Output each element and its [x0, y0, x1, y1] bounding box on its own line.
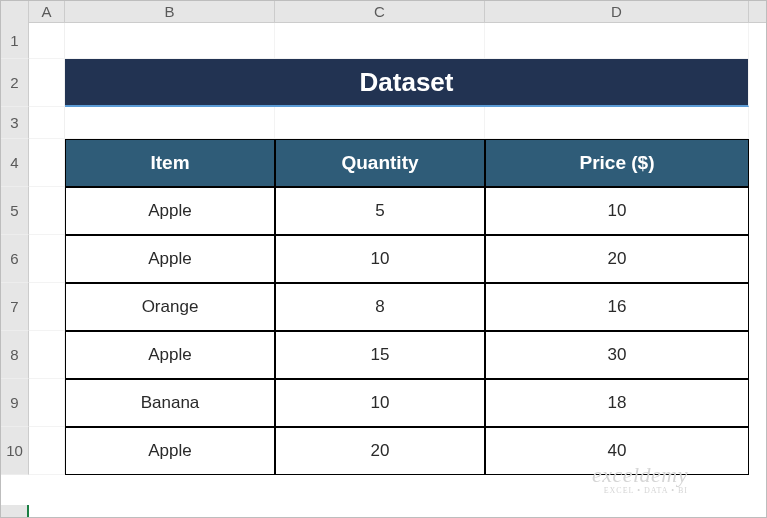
row-3: 3: [1, 107, 766, 139]
watermark-tagline: EXCEL • DATA • BI: [592, 486, 688, 495]
row-9: 9 Banana 10 18: [1, 379, 766, 427]
data-price[interactable]: 20: [485, 235, 749, 283]
cell-b1[interactable]: [65, 23, 275, 59]
col-header-a[interactable]: A: [29, 1, 65, 22]
watermark-brand: exceldemy: [592, 462, 688, 488]
row-header-6[interactable]: 6: [1, 235, 29, 283]
data-price[interactable]: 30: [485, 331, 749, 379]
cell-a8[interactable]: [29, 331, 65, 379]
cell-d1[interactable]: [485, 23, 749, 59]
column-headers: A B C D: [1, 1, 766, 23]
row-5: 5 Apple 5 10: [1, 187, 766, 235]
cell-a2[interactable]: [29, 59, 65, 107]
col-header-d[interactable]: D: [485, 1, 749, 22]
data-item[interactable]: Apple: [65, 235, 275, 283]
data-price[interactable]: 16: [485, 283, 749, 331]
col-header-c[interactable]: C: [275, 1, 485, 22]
row-header-5[interactable]: 5: [1, 187, 29, 235]
row-header-10[interactable]: 10: [1, 427, 29, 475]
cell-a1[interactable]: [29, 23, 65, 59]
row-header-1[interactable]: 1: [1, 23, 29, 59]
row-8: 8 Apple 15 30: [1, 331, 766, 379]
rows-area: 1 2 Dataset 3 4 Item Quantity Price ($): [1, 23, 766, 475]
cell-b3[interactable]: [65, 107, 275, 139]
cell-a6[interactable]: [29, 235, 65, 283]
row-header-8[interactable]: 8: [1, 331, 29, 379]
row-header-2[interactable]: 2: [1, 59, 29, 107]
cell-a5[interactable]: [29, 187, 65, 235]
cell-a7[interactable]: [29, 283, 65, 331]
cell-c3[interactable]: [275, 107, 485, 139]
row-6: 6 Apple 10 20: [1, 235, 766, 283]
row-header-7[interactable]: 7: [1, 283, 29, 331]
header-quantity[interactable]: Quantity: [275, 139, 485, 187]
header-price[interactable]: Price ($): [485, 139, 749, 187]
data-quantity[interactable]: 8: [275, 283, 485, 331]
row-7: 7 Orange 8 16: [1, 283, 766, 331]
row-4: 4 Item Quantity Price ($): [1, 139, 766, 187]
data-quantity[interactable]: 5: [275, 187, 485, 235]
cell-d3[interactable]: [485, 107, 749, 139]
data-quantity[interactable]: 20: [275, 427, 485, 475]
header-item[interactable]: Item: [65, 139, 275, 187]
data-quantity[interactable]: 15: [275, 331, 485, 379]
data-price[interactable]: 10: [485, 187, 749, 235]
spreadsheet: A B C D 1 2 Dataset 3 4 Item Q: [0, 0, 767, 518]
data-item[interactable]: Orange: [65, 283, 275, 331]
watermark: exceldemy EXCEL • DATA • BI: [592, 462, 688, 495]
row-1: 1: [1, 23, 766, 59]
cell-a10[interactable]: [29, 427, 65, 475]
selected-row-indicator: [1, 505, 29, 517]
row-header-4[interactable]: 4: [1, 139, 29, 187]
cell-c1[interactable]: [275, 23, 485, 59]
data-item[interactable]: Apple: [65, 331, 275, 379]
data-price[interactable]: 18: [485, 379, 749, 427]
data-item[interactable]: Banana: [65, 379, 275, 427]
data-item[interactable]: Apple: [65, 427, 275, 475]
col-header-b[interactable]: B: [65, 1, 275, 22]
select-all-corner[interactable]: [1, 1, 29, 23]
cell-a4[interactable]: [29, 139, 65, 187]
cell-a9[interactable]: [29, 379, 65, 427]
data-quantity[interactable]: 10: [275, 379, 485, 427]
title-banner[interactable]: Dataset: [65, 59, 749, 107]
data-item[interactable]: Apple: [65, 187, 275, 235]
data-quantity[interactable]: 10: [275, 235, 485, 283]
row-header-3[interactable]: 3: [1, 107, 29, 139]
row-header-9[interactable]: 9: [1, 379, 29, 427]
row-2: 2 Dataset: [1, 59, 766, 107]
cell-a3[interactable]: [29, 107, 65, 139]
